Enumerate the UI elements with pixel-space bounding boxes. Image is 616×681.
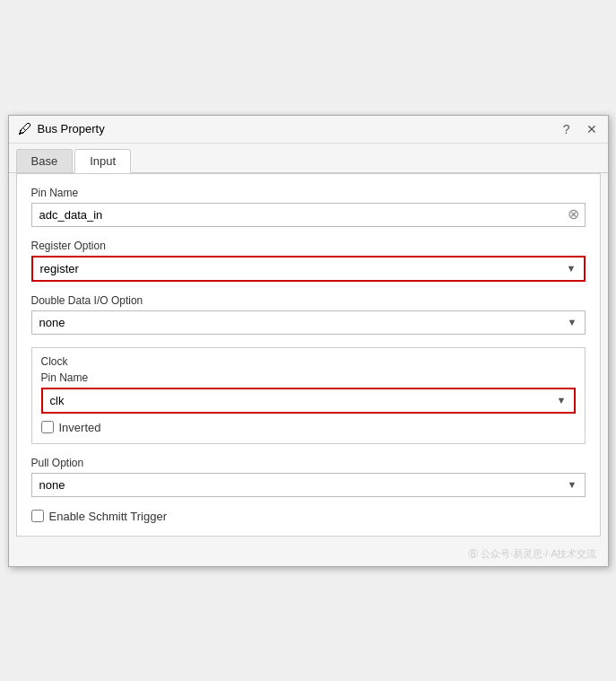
pin-name-input-wrap: ⊗: [31, 203, 586, 227]
double-data-option-arrow-icon: ▼: [560, 317, 585, 327]
inverted-checkbox[interactable]: [41, 421, 54, 433]
dialog-window: 🖊 Bus Property ? ✕ Base Input Pin Name ⊗…: [8, 115, 609, 567]
register-option-group: Register Option register none latch ▼: [31, 240, 586, 282]
pull-option-arrow-icon: ▼: [560, 479, 585, 490]
clock-pin-name-label: Pin Name: [41, 371, 576, 384]
inverted-label[interactable]: Inverted: [59, 421, 101, 434]
close-button[interactable]: ✕: [585, 123, 599, 135]
register-option-arrow-icon: ▼: [560, 263, 584, 274]
register-option-select[interactable]: register none latch: [33, 258, 560, 280]
clock-group-label: Clock: [41, 355, 576, 368]
inverted-row: Inverted: [41, 421, 576, 434]
title-bar-left: 🖊 Bus Property: [18, 121, 105, 137]
clock-pin-name-select[interactable]: clk clk2 sys_clk: [43, 389, 550, 412]
clock-group: Clock Pin Name clk clk2 sys_clk ▼ Invert…: [31, 347, 586, 444]
title-bar-right: ? ✕: [561, 123, 599, 135]
double-data-option-label: Double Data I/O Option: [31, 294, 586, 307]
help-button[interactable]: ?: [561, 123, 572, 135]
double-data-option-select[interactable]: none ddr sdr: [32, 311, 560, 334]
pull-option-select-wrap: none pull-up pull-down ▼: [31, 473, 586, 497]
clock-pin-name-arrow-icon: ▼: [550, 395, 574, 406]
title-text: Bus Property: [38, 122, 105, 135]
register-option-label: Register Option: [31, 240, 586, 252]
title-icon: 🖊: [18, 121, 32, 137]
pull-option-select[interactable]: none pull-up pull-down: [32, 474, 560, 496]
schmitt-trigger-checkbox[interactable]: [31, 510, 44, 522]
title-bar: 🖊 Bus Property ? ✕: [9, 116, 608, 144]
tab-input[interactable]: Input: [74, 149, 131, 173]
pin-name-label: Pin Name: [31, 187, 586, 199]
tab-base[interactable]: Base: [16, 149, 74, 172]
double-data-option-group: Double Data I/O Option none ddr sdr ▼: [31, 294, 586, 335]
register-option-select-wrap: register none latch ▼: [31, 256, 586, 282]
clock-pin-name-select-wrap: clk clk2 sys_clk ▼: [41, 388, 576, 414]
tab-bar: Base Input: [9, 144, 608, 173]
double-data-option-select-wrap: none ddr sdr ▼: [31, 310, 586, 335]
watermark: ⑧ 公众号·易灵思·/·A技术交流: [9, 544, 608, 566]
pin-name-clear-button[interactable]: ⊗: [566, 205, 581, 223]
pull-option-label: Pull Option: [31, 457, 586, 469]
pull-option-group: Pull Option none pull-up pull-down ▼: [31, 457, 586, 497]
pin-name-input[interactable]: [32, 204, 566, 226]
pin-name-group: Pin Name ⊗: [31, 187, 586, 227]
schmitt-trigger-row: Enable Schmitt Trigger: [31, 510, 586, 523]
schmitt-trigger-label[interactable]: Enable Schmitt Trigger: [49, 510, 168, 523]
content-area: Pin Name ⊗ Register Option register none…: [16, 173, 601, 537]
